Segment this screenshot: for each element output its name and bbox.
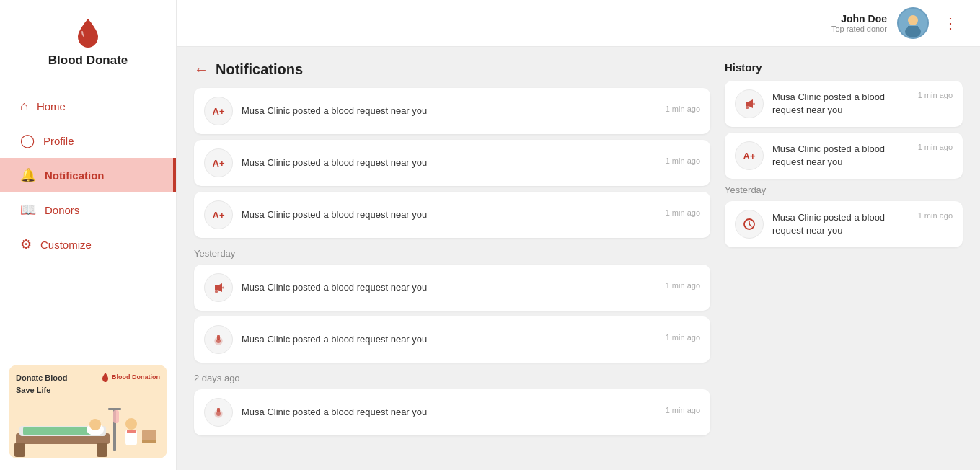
svg-rect-23 <box>217 335 220 340</box>
history-card-y1[interactable]: Musa Clinic posted a blood request near … <box>725 201 963 247</box>
notif-card-today-1[interactable]: A+ Musa Clinic posted a blood request ne… <box>194 88 710 134</box>
notif-content-y1: Musa Clinic posted a blood request near … <box>242 281 700 294</box>
svg-point-28 <box>753 103 755 105</box>
sidebar-item-customize[interactable]: ⚙ Customize <box>0 227 176 262</box>
top-bar: John Doe Top rated donor ⋮ <box>177 0 980 47</box>
notif-content-1: Musa Clinic posted a blood request near … <box>242 105 700 117</box>
notif-time-y1: 1 min ago <box>666 281 700 290</box>
clock-icon <box>743 218 756 231</box>
medal-icon-2 <box>212 406 225 419</box>
gear-icon: ⚙ <box>20 236 32 252</box>
sidebar-item-profile[interactable]: ◯ Profile <box>0 123 176 158</box>
notif-text-y1: Musa Clinic posted a blood request near … <box>242 281 427 294</box>
banner-blood-icon <box>101 372 110 382</box>
notif-content-2d1: Musa Clinic posted a blood request near … <box>242 406 700 419</box>
notif-time-2: 1 min ago <box>666 156 700 165</box>
sidebar-item-home-label: Home <box>37 100 66 112</box>
history-time-1: 1 min ago <box>918 91 953 99</box>
history-card-2[interactable]: A+ Musa Clinic posted a blood request ne… <box>725 133 963 179</box>
notifications-panel: ← Notifications A+ Musa Clinic posted a … <box>194 61 710 456</box>
svg-rect-18 <box>908 26 918 30</box>
notif-text-2: Musa Clinic posted a blood request near … <box>242 156 427 169</box>
svg-rect-2 <box>97 443 107 457</box>
sidebar-item-notification[interactable]: 🔔 Notification <box>0 158 176 192</box>
history-content-2: Musa Clinic posted a blood request near … <box>772 143 953 169</box>
more-button[interactable]: ⋮ <box>939 12 963 35</box>
notif-card-today-2[interactable]: A+ Musa Clinic posted a blood request ne… <box>194 140 710 186</box>
history-yesterday-label: Yesterday <box>725 185 963 195</box>
notif-icon-megaphone-1 <box>204 273 233 302</box>
sidebar-item-profile-label: Profile <box>43 135 74 147</box>
notif-time-2d1: 1 min ago <box>666 406 700 414</box>
notif-icon-aplus-1: A+ <box>204 97 233 125</box>
medal-icon <box>212 333 225 346</box>
twodays-label: 2 days ago <box>194 373 710 383</box>
sidebar: Blood Donate ⌂ Home ◯ Profile 🔔 Notifica… <box>0 0 177 470</box>
book-icon: 📖 <box>20 202 36 218</box>
user-name: John Doe <box>841 13 887 25</box>
back-button[interactable]: ← <box>194 61 208 78</box>
svg-point-32 <box>749 223 750 225</box>
sidebar-nav: ⌂ Home ◯ Profile 🔔 Notification 📖 Donors… <box>0 89 176 262</box>
banner-title: Donate BloodSave Life <box>16 372 68 396</box>
history-icon-clock <box>735 210 764 239</box>
svg-rect-14 <box>142 440 156 443</box>
banner-sub: Blood Donation <box>112 373 160 381</box>
notif-card-yesterday-2[interactable]: Musa Clinic posted a blood request near … <box>194 316 710 363</box>
profile-icon: ◯ <box>20 133 35 148</box>
history-text-2: Musa Clinic posted a blood request near … <box>772 143 912 169</box>
history-time-2: 1 min ago <box>918 143 953 151</box>
notif-icon-medal-1 <box>204 325 233 354</box>
sidebar-item-notification-label: Notification <box>45 169 105 182</box>
sidebar-item-home[interactable]: ⌂ Home <box>0 89 176 123</box>
notif-time-3: 1 min ago <box>666 208 700 217</box>
notifications-title: Notifications <box>216 61 303 78</box>
svg-rect-12 <box>127 430 136 433</box>
history-icon-aplus: A+ <box>735 141 764 170</box>
svg-rect-1 <box>14 443 25 457</box>
banner-illustration <box>9 401 167 458</box>
notif-card-yesterday-1[interactable]: Musa Clinic posted a blood request near … <box>194 265 710 311</box>
svg-point-6 <box>89 419 101 430</box>
notif-time-y2: 1 min ago <box>666 333 700 342</box>
notif-text-2d1: Musa Clinic posted a blood request near … <box>242 406 427 419</box>
history-megaphone-icon <box>743 97 756 110</box>
notif-icon-aplus-2: A+ <box>204 148 233 177</box>
app-title: Blood Donate <box>48 53 128 68</box>
svg-rect-19 <box>215 290 218 293</box>
notif-icon-medal-2 <box>204 398 233 427</box>
megaphone-icon <box>212 281 225 294</box>
svg-rect-27 <box>746 106 749 109</box>
yesterday-label: Yesterday <box>194 248 710 259</box>
sidebar-logo: Blood Donate <box>48 14 128 68</box>
home-icon: ⌂ <box>20 99 28 114</box>
user-info: John Doe Top rated donor <box>831 13 887 33</box>
history-content-1: Musa Clinic posted a blood request near … <box>772 91 953 117</box>
svg-rect-26 <box>217 408 220 412</box>
history-time-y1: 1 min ago <box>918 211 953 220</box>
history-icon-megaphone <box>735 89 764 118</box>
notif-text-y2: Musa Clinic posted a blood request near … <box>242 333 427 346</box>
notif-content-2: Musa Clinic posted a blood request near … <box>242 156 700 169</box>
avatar-image <box>899 9 927 37</box>
history-text-y1: Musa Clinic posted a blood request near … <box>772 211 912 237</box>
notif-card-2days-1[interactable]: Musa Clinic posted a blood request near … <box>194 389 710 435</box>
notif-card-today-3[interactable]: A+ Musa Clinic posted a blood request ne… <box>194 192 710 238</box>
history-panel: History Musa Clinic posted a blood reque… <box>725 61 963 456</box>
svg-point-16 <box>908 15 918 25</box>
svg-rect-8 <box>108 408 121 410</box>
blood-drop-icon <box>71 14 105 49</box>
history-card-1[interactable]: Musa Clinic posted a blood request near … <box>725 81 963 127</box>
notif-text-1: Musa Clinic posted a blood request near … <box>242 105 427 117</box>
svg-rect-9 <box>113 410 119 423</box>
notif-content-y2: Musa Clinic posted a blood request near … <box>242 333 700 346</box>
sidebar-item-donors[interactable]: 📖 Donors <box>0 192 176 227</box>
notif-icon-aplus-3: A+ <box>204 200 233 229</box>
sidebar-item-customize-label: Customize <box>40 239 92 251</box>
notif-text-3: Musa Clinic posted a blood request near … <box>242 208 427 221</box>
history-content-y1: Musa Clinic posted a blood request near … <box>772 211 953 237</box>
panel-header: ← Notifications <box>194 61 710 78</box>
bell-icon: 🔔 <box>20 167 36 183</box>
sidebar-banner: Donate BloodSave Life Blood Donation <box>9 365 167 458</box>
history-title: History <box>725 61 963 74</box>
